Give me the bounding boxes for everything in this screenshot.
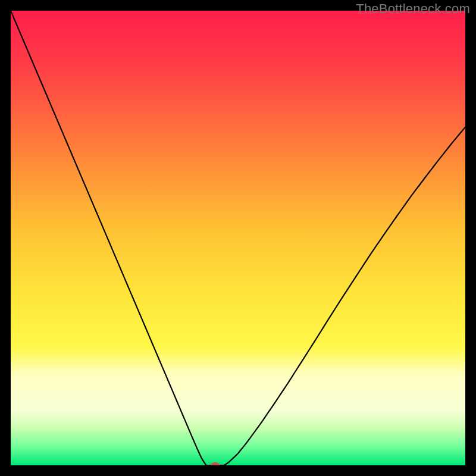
gradient-background	[11, 11, 465, 465]
chart-frame: TheBottleneck.com	[0, 0, 476, 476]
bottleneck-chart	[11, 11, 465, 465]
plot-area	[11, 11, 465, 465]
